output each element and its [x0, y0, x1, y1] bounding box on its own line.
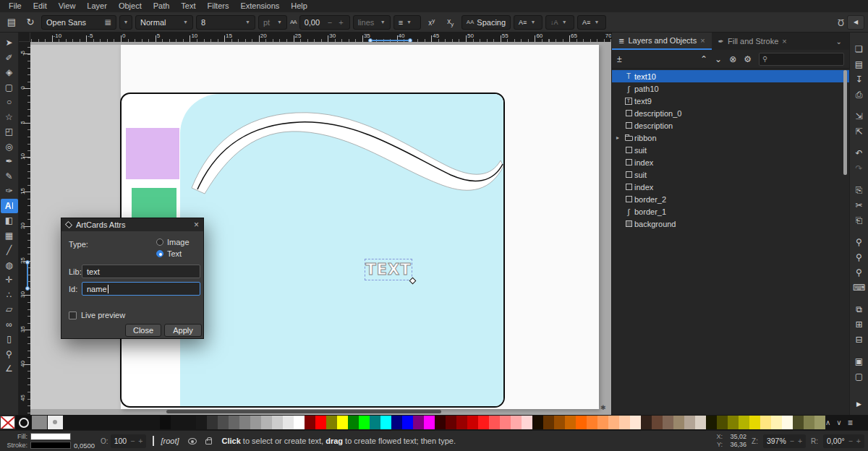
tool-spiral[interactable]: ◎ — [1, 139, 18, 155]
plus-icon[interactable]: + — [798, 437, 802, 445]
move-down-icon[interactable]: ⌄ — [715, 54, 722, 64]
palette-swatch-17[interactable] — [380, 416, 391, 429]
tool-tweak[interactable]: ✛ — [1, 272, 18, 288]
layer-row-description_0[interactable]: description_0 — [612, 107, 849, 119]
palette-swatch-45[interactable] — [684, 416, 695, 429]
tool-rectangle[interactable]: ▢ — [1, 80, 18, 95]
export-icon[interactable]: ⇱ — [850, 124, 868, 139]
palette-swatch-16[interactable] — [370, 416, 380, 429]
menu-filters[interactable]: Filters — [202, 0, 235, 12]
layer-row-suit[interactable]: suit — [612, 144, 849, 156]
palette-swatch-31[interactable] — [532, 416, 543, 429]
palette-swatch-53[interactable] — [771, 416, 782, 429]
menu-edit[interactable]: Edit — [27, 0, 53, 12]
palette-swatch-30[interactable] — [522, 416, 532, 429]
refresh-button[interactable]: ↻ — [22, 14, 38, 30]
layer-row-background[interactable]: background — [612, 218, 849, 230]
group-icon[interactable]: ▣ — [850, 353, 868, 369]
tool-paint-bucket[interactable]: ◍ — [1, 258, 18, 273]
orientation-combo[interactable]: ↓A▼ — [545, 15, 574, 30]
snap-magnet-icon[interactable]: Ω — [838, 17, 844, 27]
font-family-dropdown[interactable]: ▼ — [119, 15, 132, 30]
palette-swatch-29[interactable] — [511, 416, 522, 429]
palette-swatch-57[interactable] — [814, 416, 825, 429]
delete-item-icon[interactable]: ⊗ — [729, 54, 736, 64]
direction-combo[interactable]: A≡▼ — [577, 15, 606, 30]
palette-swatch-23[interactable] — [446, 416, 456, 429]
horizontal-scrollbar[interactable] — [166, 410, 441, 413]
palette-swatch-49[interactable] — [728, 416, 739, 429]
palette-swatch-44[interactable] — [673, 416, 684, 429]
radio-row-image[interactable]: Image — [156, 238, 192, 246]
chevron-down-icon[interactable]: ⌄ — [836, 38, 849, 46]
layer-row-suit[interactable]: suit — [612, 168, 849, 181]
palette-swatch-1[interactable] — [207, 416, 218, 429]
layer-row-ribbon[interactable]: ▸ribbon — [612, 132, 849, 144]
swatch-circle[interactable] — [16, 416, 31, 429]
tool-pages[interactable]: ▯ — [1, 332, 18, 347]
lib-input[interactable]: text — [82, 265, 200, 278]
palette-swatch-2[interactable] — [218, 416, 229, 429]
canvas-corner-icon[interactable]: ✱ — [600, 404, 606, 411]
palette-swatch-15[interactable] — [359, 416, 370, 429]
radio-image[interactable] — [156, 239, 163, 246]
menu-path[interactable]: Path — [148, 0, 176, 12]
tool-mesh[interactable]: ▦ — [1, 228, 18, 244]
palette-swatch-24[interactable] — [456, 416, 467, 429]
tool-marker[interactable]: ✒ — [1, 154, 18, 169]
palette-swatch-37[interactable] — [597, 416, 608, 429]
plus-icon[interactable]: + — [856, 437, 861, 445]
tool-pencil[interactable]: ✎ — [1, 169, 18, 184]
palette-swatch-51[interactable] — [749, 416, 760, 429]
subscript-button[interactable]: xy — [443, 14, 459, 30]
writing-mode-combo[interactable]: A≡▼ — [514, 15, 542, 30]
letter-spacing-spinner[interactable]: 0,00 −+ — [299, 15, 350, 30]
unlink-clone-icon[interactable]: ⊟ — [850, 332, 868, 347]
import-icon[interactable]: ⇲ — [850, 108, 868, 124]
swatch-black[interactable] — [160, 416, 171, 429]
close-icon[interactable]: × — [700, 36, 705, 45]
minus-icon[interactable]: − — [848, 437, 853, 445]
snap-bar-collapse-button[interactable]: ◀ — [847, 15, 864, 30]
plus-icon[interactable]: + — [138, 437, 142, 445]
menu-extensions[interactable]: Extensions — [234, 0, 285, 12]
font-style-combo[interactable]: Normal▼ — [135, 15, 193, 30]
menu-text[interactable]: Text — [175, 0, 201, 12]
close-icon[interactable]: × — [194, 220, 199, 230]
tool-selector[interactable]: ➤ — [1, 35, 18, 51]
palette-swatch-25[interactable] — [467, 416, 478, 429]
palette-swatch-56[interactable] — [804, 416, 814, 429]
palette-swatch-0[interactable] — [196, 416, 207, 429]
tool-star[interactable]: ☆ — [1, 110, 18, 125]
menu-file[interactable]: File — [3, 0, 27, 12]
palette-swatch-5[interactable] — [250, 416, 261, 429]
palette-swatch-32[interactable] — [543, 416, 554, 429]
palette-swatch-12[interactable] — [326, 416, 337, 429]
layer-row-description[interactable]: description — [612, 119, 849, 132]
palette-swatch-50[interactable] — [739, 416, 749, 429]
menu-layer[interactable]: Layer — [81, 0, 113, 12]
palette-swatch-13[interactable] — [337, 416, 348, 429]
layer-row-text9[interactable]: Ttext9 — [612, 95, 849, 107]
palette-swatch-46[interactable] — [695, 416, 706, 429]
palette-swatch-3[interactable] — [229, 416, 239, 429]
close-button[interactable]: Close — [125, 324, 161, 337]
palette-swatch-22[interactable] — [435, 416, 446, 429]
card-background-shape[interactable] — [180, 94, 503, 406]
swatch-none[interactable] — [0, 416, 15, 429]
minus-icon[interactable]: − — [130, 437, 135, 445]
palette-swatch-21[interactable] — [424, 416, 435, 429]
palette-swatch-40[interactable] — [630, 416, 641, 429]
layer-row-index[interactable]: index — [612, 156, 849, 168]
close-icon[interactable]: × — [782, 37, 786, 46]
expander-icon[interactable]: ▸ — [616, 134, 623, 141]
palette-swatch-52[interactable] — [760, 416, 771, 429]
tool-dropper[interactable]: ╱ — [1, 243, 18, 258]
vertical-ruler[interactable]: -5051015202530354045 — [19, 42, 30, 415]
dialog-title-bar[interactable]: ArtCards Attrs × — [61, 218, 203, 231]
duplicate-icon[interactable]: ⧉ — [850, 301, 868, 317]
zoom-drawing-icon[interactable]: ⚲ — [850, 249, 868, 265]
lilac-rectangle[interactable] — [126, 128, 179, 179]
palette-swatch-8[interactable] — [283, 416, 294, 429]
palette-swatch-26[interactable] — [478, 416, 489, 429]
